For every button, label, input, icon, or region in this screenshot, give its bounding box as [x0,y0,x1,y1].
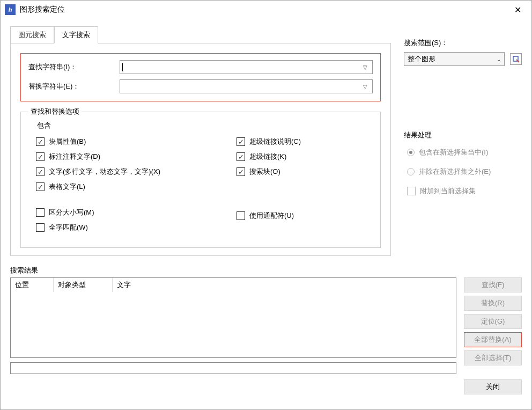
chk-case-label[interactable]: 区分大小写(M) [49,208,94,217]
left-column: 图元搜索 文字搜索 查找字符串(I)： ▽ [10,26,391,256]
right-column: 搜索范围(S)： 整个图形 ⌄ 结果处理 [404,26,522,256]
chk-hyperlink-desc-label[interactable]: 超级链接说明(C) [249,137,301,147]
radio-exclude-row: 排除在新选择集之外(E) [407,167,522,177]
bottom-section: 搜索结果 位置 对象类型 文字 查找(F) 替换(R) 定位(G) 全部替换(A… [10,266,522,374]
chk-annotation[interactable] [36,152,45,161]
chk-append [407,187,416,195]
radio-include-row: 包含在新选择集当中(I) [407,148,522,157]
chk-hyperlink-desc[interactable] [237,137,245,146]
include-col-left: 块属性值(B) 标注注释文字(D) 文字(多行文字，动态文字，文字)(X) [36,131,237,232]
replace-combo[interactable]: ▽ [120,79,373,93]
chk-table-text[interactable] [36,182,45,191]
chk-wildcard-label[interactable]: 使用通配符(U) [249,211,294,221]
select-all-button[interactable]: 全部选择(T) [464,350,522,365]
chk-case-sensitive[interactable] [36,208,45,217]
chk-wildcard-row: 使用通配符(U) [237,211,365,221]
close-icon[interactable]: ✕ [508,2,527,17]
results-label: 搜索结果 [10,266,456,275]
chk-search-block-label[interactable]: 搜索块(O) [249,167,280,177]
result-processing-group: 结果处理 包含在新选择集当中(I) 排除在新选择集之外(E) 附加到当前选择集 [404,130,522,196]
chk-hyperlink-desc-row: 超级链接说明(C) [237,137,365,147]
replace-button[interactable]: 替换(R) [464,296,522,311]
scope-label: 搜索范围(S)： [404,38,522,48]
tab-strip: 图元搜索 文字搜索 [10,26,391,43]
tab-primitive-search[interactable]: 图元搜索 [10,26,54,43]
top-section: 图元搜索 文字搜索 查找字符串(I)： ▽ [10,26,522,256]
chk-block-attr-row: 块属性值(B) [36,137,237,147]
options-legend: 查找和替换选项 [28,107,82,116]
chk-search-block[interactable] [237,167,245,176]
options-fieldset: 查找和替换选项 包含 块属性值(B) [20,107,381,248]
chk-append-label: 附加到当前选择集 [420,186,476,196]
chk-annotation-row: 标注注释文字(D) [36,152,237,162]
radio-exclude-label: 排除在新选择集之外(E) [419,167,491,177]
window-title: 图形搜索定位 [20,5,508,14]
include-col-right: 超级链接说明(C) 超级链接(K) 搜索块(O) [237,131,365,232]
chk-hyperlink-row: 超级链接(K) [237,152,365,162]
find-row: 查找字符串(I)： ▽ [28,60,373,74]
include-grid: 块属性值(B) 标注注释文字(D) 文字(多行文字，动态文字，文字)(X) [36,131,365,232]
scope-select[interactable]: 整个图形 ⌄ [404,52,505,66]
chk-text-multi[interactable] [36,167,45,176]
action-buttons: 查找(F) 替换(R) 定位(G) 全部替换(A) 全部选择(T) [464,266,522,374]
titlebar: h 图形搜索定位 ✕ [1,1,531,19]
find-button[interactable]: 查找(F) [464,277,522,292]
chk-case-row: 区分大小写(M) [36,208,237,217]
replace-input[interactable] [122,83,360,91]
replace-label: 替换字符串(E)： [28,82,120,91]
find-combo[interactable]: ▽ [120,60,373,74]
app-icon: h [5,4,16,15]
scope-value: 整个图形 [408,54,497,64]
content-area: 图元搜索 文字搜索 查找字符串(I)： ▽ [1,19,531,409]
chk-search-block-row: 搜索块(O) [237,167,365,177]
chk-table-text-row: 表格文字(L) [36,182,237,192]
chk-whole-word-row: 全字匹配(W) [36,223,237,232]
chevron-down-icon: ⌄ [497,56,501,62]
result-legend: 结果处理 [404,130,522,140]
include-fieldset: 包含 块属性值(B) 标注注释文字(D) [28,121,373,240]
chk-hyperlink-label[interactable]: 超级链接(K) [249,152,286,162]
col-position[interactable]: 位置 [11,278,54,292]
chevron-down-icon[interactable]: ▽ [360,64,370,70]
chk-block-attr-label[interactable]: 块属性值(B) [49,137,86,147]
tab-panel: 查找字符串(I)： ▽ 替换字符串(E)： ▽ [10,43,391,256]
radio-exclude [407,168,415,175]
locate-button[interactable]: 定位(G) [464,314,522,329]
replace-all-button[interactable]: 全部替换(A) [464,332,522,347]
col-text[interactable]: 文字 [113,278,456,292]
results-column: 搜索结果 位置 对象类型 文字 [10,266,456,374]
chk-block-attr[interactable] [36,137,45,146]
radio-include-label: 包含在新选择集当中(I) [419,148,488,157]
chk-annotation-label[interactable]: 标注注释文字(D) [49,152,100,162]
radio-include [407,149,415,156]
include-legend: 包含 [37,121,365,130]
find-replace-fields: 查找字符串(I)： ▽ 替换字符串(E)： ▽ [20,53,381,101]
chk-text-multi-label[interactable]: 文字(多行文字，动态文字，文字)(X) [49,167,160,177]
close-button[interactable]: 关闭 [464,379,522,394]
status-bar [10,362,456,374]
chk-append-row: 附加到当前选择集 [407,186,522,196]
chk-whole-word[interactable] [36,223,45,232]
dialog-window: h 图形搜索定位 ✕ 图元搜索 文字搜索 查找字符串(I)： [0,0,532,410]
replace-row: 替换字符串(E)： ▽ [28,79,373,93]
find-label: 查找字符串(I)： [28,62,120,72]
chevron-down-icon[interactable]: ▽ [360,84,370,90]
results-table[interactable]: 位置 对象类型 文字 [10,277,456,358]
chk-hyperlink[interactable] [237,152,245,161]
find-input[interactable] [123,63,360,71]
scope-row: 整个图形 ⌄ [404,52,522,66]
tab-text-search[interactable]: 文字搜索 [54,26,98,43]
chk-text-multi-row: 文字(多行文字，动态文字，文字)(X) [36,167,237,177]
chk-wildcard[interactable] [237,211,245,220]
close-row: 关闭 [10,379,522,394]
chk-whole-word-label[interactable]: 全字匹配(W) [49,223,88,232]
col-type[interactable]: 对象类型 [54,278,113,292]
pick-object-icon[interactable] [510,53,522,65]
table-header: 位置 对象类型 文字 [11,278,456,292]
chk-table-text-label[interactable]: 表格文字(L) [49,182,85,192]
